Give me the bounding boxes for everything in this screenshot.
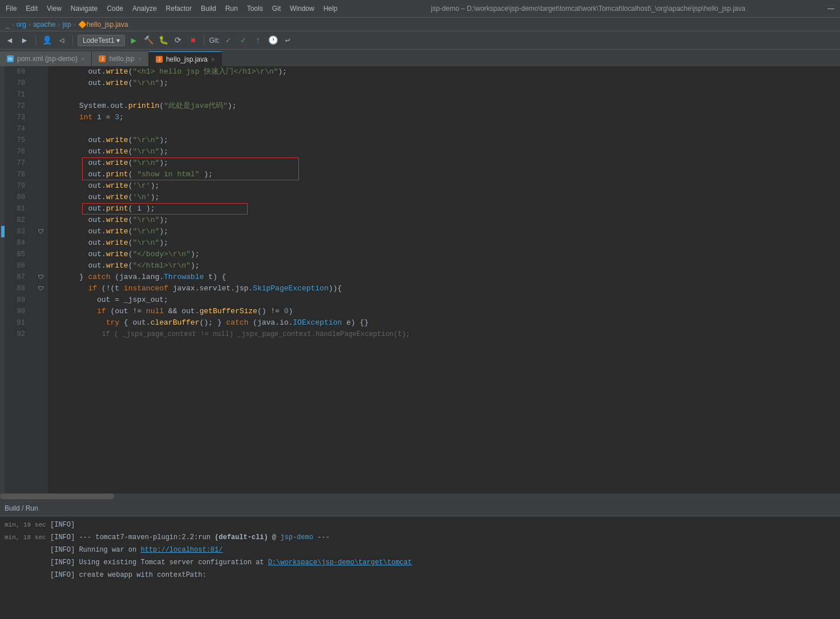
run-config-dropdown[interactable]: LodeTest1 ▾ — [78, 35, 125, 46]
log-time-5 — [5, 569, 50, 581]
menu-file[interactable]: File — [6, 5, 17, 13]
line-num-92: 92 — [5, 329, 30, 340]
git-check2-button[interactable]: ✓ — [237, 34, 249, 47]
tab-bar: m pom.xml (jsp-demo) × J hello.jsp × J h… — [0, 49, 840, 66]
code-line-79: out.write('\r'); — [52, 180, 840, 192]
code-line-78: out.print( "show in html" ); — [52, 169, 840, 180]
line-num-84: 84 — [5, 237, 30, 249]
window-controls: — — [827, 5, 834, 13]
marker-85 — [34, 249, 48, 260]
menu-bar[interactable]: File Edit View Navigate Code Analyze Ref… — [6, 5, 337, 13]
editor-area: 69 70 71 72 73 74 75 76 77 78 79 80 81 8… — [0, 66, 840, 493]
tab-hello-jsp[interactable]: J hello.jsp × — [92, 51, 148, 66]
menu-window[interactable]: Window — [290, 5, 314, 13]
tab-hello-close[interactable]: × — [138, 55, 142, 62]
forward-button[interactable]: ▶ — [18, 34, 31, 47]
log-text-4: [INFO] Using existing Tomcat server conf… — [50, 556, 412, 569]
code-line-91: try { out.clearBuffer(); } catch (java.i… — [52, 317, 840, 329]
coverage-button[interactable]: ⟳ — [172, 34, 184, 47]
code-line-74 — [52, 123, 840, 135]
debug-button[interactable]: 🐛 — [157, 34, 169, 47]
localhost-link[interactable]: http://localhost:81/ — [140, 546, 223, 554]
line-num-75: 75 — [5, 135, 30, 146]
git-push-button[interactable]: ↑ — [252, 34, 264, 47]
log-time-2: min, 18 sec — [5, 531, 50, 544]
log-time-1: min, 19 sec — [5, 519, 50, 531]
line-num-86: 86 — [5, 260, 30, 272]
marker-86 — [34, 260, 48, 272]
horizontal-scrollbar[interactable] — [0, 493, 840, 499]
marker-80 — [34, 192, 48, 203]
line-num-88: 88 — [5, 283, 30, 294]
marker-90 — [34, 306, 48, 317]
line-num-69: 69 — [5, 66, 30, 78]
git-revert-button[interactable]: ↩ — [281, 34, 294, 47]
code-line-85: out.write("</body>\r\n"); — [52, 249, 840, 260]
menu-analyze[interactable]: Analyze — [132, 5, 157, 13]
scrollbar-thumb[interactable] — [0, 493, 114, 499]
tab-pom-close[interactable]: × — [81, 55, 84, 62]
code-line-86: out.write("</html>\r\n"); — [52, 260, 840, 272]
editor-container: 69 70 71 72 73 74 75 76 77 78 79 80 81 8… — [0, 66, 840, 493]
line-num-81: 81 — [5, 203, 30, 215]
menu-code[interactable]: Code — [107, 5, 123, 13]
back-button[interactable]: ◀ — [3, 34, 16, 47]
breadcrumb-item[interactable]: apache — [33, 21, 55, 29]
menu-git[interactable]: Git — [272, 5, 281, 13]
marker-78 — [34, 169, 48, 180]
left-gutter — [0, 66, 5, 493]
build-button[interactable]: 🔨 — [142, 34, 155, 47]
menu-edit[interactable]: Edit — [26, 5, 38, 13]
menu-run[interactable]: Run — [225, 5, 238, 13]
breadcrumb-item[interactable]: _ — [6, 21, 10, 29]
marker-73 — [34, 112, 48, 123]
marker-71 — [34, 89, 48, 100]
java-icon: J — [156, 56, 163, 63]
code-line-72: System.out.println("此处是java代码"); — [52, 100, 840, 112]
line-num-79: 79 — [5, 180, 30, 192]
minimize-button[interactable]: — — [827, 5, 834, 13]
log-text-2: [INFO] --- tomcat7-maven-plugin:2.2:run … — [50, 531, 330, 544]
breadcrumb-item[interactable]: org — [17, 21, 26, 29]
code-line-69: out.write("<h1> hello jsp 快速入门</h1>\r\n"… — [52, 66, 840, 78]
menu-view[interactable]: View — [47, 5, 62, 13]
log-text-5: [INFO] create webapp with contextPath: — [50, 569, 207, 581]
tab-pom-xml[interactable]: m pom.xml (jsp-demo) × — [0, 51, 92, 66]
git-label: Git: — [209, 37, 220, 44]
code-line-81: out.print( i ); — [52, 203, 840, 215]
console-toolbar: Build / Run — [0, 500, 840, 516]
line-num-73: 73 — [5, 112, 30, 123]
menu-tools[interactable]: Tools — [247, 5, 263, 13]
stop-button[interactable]: ■ — [187, 34, 199, 47]
marker-75 — [34, 135, 48, 146]
marker-83: 🛡 — [34, 226, 48, 237]
menu-build[interactable]: Build — [201, 5, 216, 13]
menu-refactor[interactable]: Refactor — [166, 5, 192, 13]
run-button[interactable]: ▶ — [127, 34, 140, 47]
console-content: min, 19 sec [INFO] min, 18 sec [INFO] --… — [0, 516, 840, 619]
code-content[interactable]: out.write("<h1> hello jsp 快速入门</h1>\r\n"… — [48, 66, 840, 493]
tomcat-path-link[interactable]: D:\workspace\jsp-demo\target\tomcat — [268, 559, 412, 567]
tab-hello-jsp-close[interactable]: × — [211, 56, 215, 63]
tab-hello-label: hello.jsp — [109, 55, 134, 63]
menu-help[interactable]: Help — [324, 5, 338, 13]
marker-74 — [34, 123, 48, 135]
toolbar-separator-3 — [204, 35, 204, 46]
breadcrumb-item[interactable]: jsp — [62, 21, 71, 29]
menu-navigate[interactable]: Navigate — [71, 5, 98, 13]
tab-pom-label: pom.xml (jsp-demo) — [17, 55, 78, 63]
marker-89 — [34, 294, 48, 306]
profile-button[interactable]: 👤 — [41, 34, 53, 47]
jsp-icon: J — [99, 55, 106, 62]
pom-icon: m — [7, 55, 14, 62]
code-line-71 — [52, 89, 840, 100]
marker-82 — [34, 215, 48, 226]
dropdown-arrow-icon: ▾ — [116, 37, 120, 44]
tab-hello-jsp-java[interactable]: J hello_jsp.java × — [149, 51, 222, 66]
nav-button[interactable]: ◁ — [55, 34, 68, 47]
marker-84 — [34, 237, 48, 249]
git-check-button[interactable]: ✓ — [222, 34, 235, 47]
line-num-74: 74 — [5, 123, 30, 135]
line-num-82: 82 — [5, 215, 30, 226]
git-history-button[interactable]: 🕐 — [266, 34, 279, 47]
